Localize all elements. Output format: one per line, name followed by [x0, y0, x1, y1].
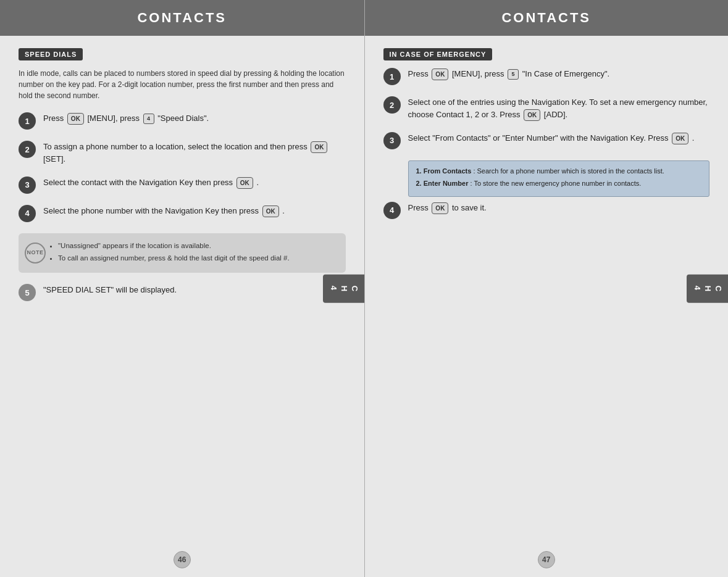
- right-page-number: 47: [538, 551, 555, 568]
- ok-icon-1: OK: [67, 113, 84, 125]
- step-3-circle: 3: [19, 176, 36, 194]
- right-page: CONTACTS IN CASE OF EMERGENCY 1 Press OK…: [365, 0, 729, 577]
- step-3-text: Select the contact with the Navigation K…: [43, 176, 346, 189]
- right-step-2-circle: 2: [383, 96, 401, 114]
- left-ch-tab: CH4: [323, 274, 364, 302]
- step-3: 3 Select the contact with the Navigation…: [19, 176, 346, 194]
- left-section-label: SPEED DIALS: [19, 48, 346, 68]
- menu-key-1: 4: [143, 114, 154, 125]
- left-content: SPEED DIALS In idle mode, calls can be p…: [0, 36, 364, 552]
- left-header: CONTACTS: [0, 0, 364, 36]
- right-ok-icon-1: OK: [432, 68, 448, 80]
- step-4-circle: 4: [19, 205, 36, 222]
- step-2-text: To assign a phone number to a location, …: [43, 141, 346, 165]
- ok-icon-3: OK: [236, 177, 253, 189]
- info-label-1: 1. From Contacts: [416, 167, 472, 175]
- step-1: 1 Press OK [MENU], press 4 "Speed Dials"…: [19, 112, 346, 130]
- step-4-text: Select the phone number with the Navigat…: [43, 205, 346, 217]
- step-5-text: "SPEED DIAL SET" will be displayed.: [43, 284, 346, 296]
- right-step-4-text: Press OK to save it.: [408, 202, 710, 214]
- right-content: IN CASE OF EMERGENCY 1 Press OK [MENU], …: [365, 36, 729, 552]
- info-text-2: : To store the new emergency phone numbe…: [471, 180, 642, 187]
- info-row-1: 1. From Contacts : Search for a phone nu…: [416, 166, 702, 177]
- right-step-2-text: Select one of the entries using the Navi…: [408, 96, 710, 121]
- right-header: CONTACTS: [365, 0, 729, 36]
- right-ok-icon-4: OK: [432, 202, 448, 214]
- right-ok-icon-3: OK: [672, 133, 688, 144]
- right-ch-tab: CH4: [687, 274, 728, 302]
- right-step-1-circle: 1: [383, 68, 401, 85]
- info-row-2: 2. Enter Number : To store the new emerg…: [416, 178, 702, 189]
- right-step-1-text: Press OK [MENU], press 5 "In Case of Eme…: [408, 68, 710, 80]
- step-5-circle: 5: [19, 284, 36, 301]
- step-2: 2 To assign a phone number to a location…: [19, 141, 346, 165]
- right-step-3-circle: 3: [383, 132, 401, 149]
- note-list: "Unassigned" appears if the location is …: [49, 241, 337, 264]
- right-step-2: 2 Select one of the entries using the Na…: [383, 96, 710, 121]
- right-section-label: IN CASE OF EMERGENCY: [383, 48, 710, 68]
- info-label-2: 2. Enter Number: [416, 180, 469, 187]
- left-page-number: 46: [174, 551, 191, 568]
- right-ok-icon-2: OK: [524, 109, 540, 121]
- note-box: NOTE "Unassigned" appears if the locatio…: [19, 233, 346, 273]
- intro-text: In idle mode, calls can be placed to num…: [19, 68, 346, 101]
- step-2-circle: 2: [19, 141, 36, 158]
- note-icon: NOTE: [25, 243, 46, 264]
- info-text-1: : Search for a phone number which is sto…: [473, 167, 664, 175]
- right-step-3-text: Select "From Contacts" or "Enter Number"…: [408, 132, 710, 144]
- info-box: 1. From Contacts : Search for a phone nu…: [408, 160, 710, 197]
- right-step-1: 1 Press OK [MENU], press 5 "In Case of E…: [383, 68, 710, 85]
- ok-icon-2: OK: [311, 141, 327, 153]
- right-menu-key-1: 5: [508, 69, 519, 80]
- step-5: 5 "SPEED DIAL SET" will be displayed.: [19, 284, 346, 301]
- left-page: CONTACTS SPEED DIALS In idle mode, calls…: [0, 0, 364, 577]
- note-item-1: "Unassigned" appears if the location is …: [58, 241, 337, 251]
- right-step-3: 3 Select "From Contacts" or "Enter Numbe…: [383, 132, 710, 149]
- step-4: 4 Select the phone number with the Navig…: [19, 205, 346, 222]
- ok-icon-4: OK: [262, 205, 279, 217]
- step-1-text: Press OK [MENU], press 4 "Speed Dials".: [43, 112, 346, 125]
- step-1-circle: 1: [19, 112, 36, 130]
- note-item-2: To call an assigned number, press & hold…: [58, 253, 337, 264]
- right-step-4: 4 Press OK to save it.: [383, 202, 710, 219]
- right-step-4-circle: 4: [383, 202, 401, 219]
